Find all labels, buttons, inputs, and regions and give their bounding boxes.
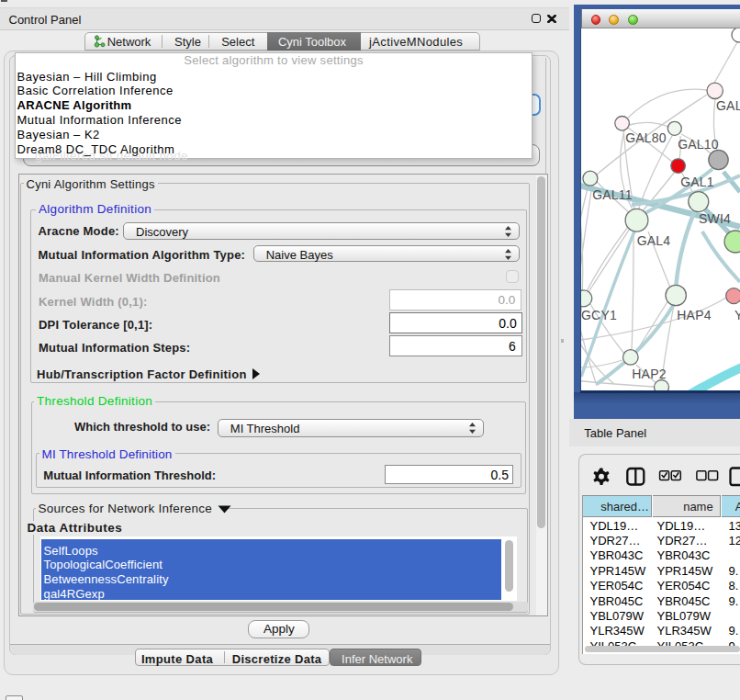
svg-text:GAL80: GAL80 bbox=[625, 130, 667, 145]
svg-text:YJ: YJ bbox=[734, 308, 740, 322]
svg-text:GAL10: GAL10 bbox=[678, 137, 719, 152]
svg-text:SWI4: SWI4 bbox=[699, 211, 731, 226]
svg-text:HAP2: HAP2 bbox=[632, 367, 666, 381]
svg-text:GAL4: GAL4 bbox=[637, 233, 671, 248]
svg-text:GAL7: GAL7 bbox=[716, 98, 740, 113]
svg-text:GAL11: GAL11 bbox=[592, 187, 633, 202]
svg-text:HAP4: HAP4 bbox=[677, 308, 711, 322]
svg-text:GCY1: GCY1 bbox=[581, 308, 617, 322]
svg-text:GAL1: GAL1 bbox=[680, 175, 714, 189]
